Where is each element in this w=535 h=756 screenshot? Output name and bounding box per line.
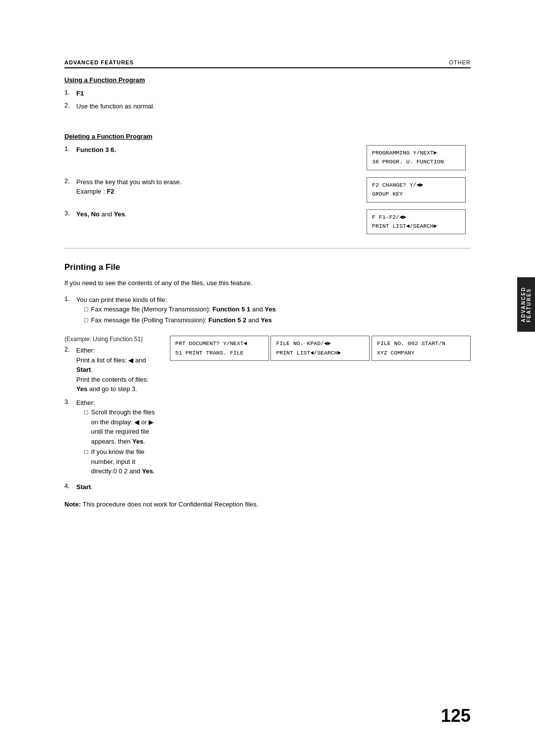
deleting-step1-lcd: PROGRAMMING Y/NEXT► 36 PROGR. U. FUNCTIO… [367, 145, 471, 172]
deleting-step2-content: Press the key that you wish to erase. Ex… [76, 177, 367, 197]
deleting-step2-example: Example : F2 [76, 188, 114, 195]
using-step2-text: Use the function as normal. [76, 101, 471, 111]
deleting-step3-left: 3. Yes, No and Yes. [64, 209, 367, 222]
sub2-icon: □ [84, 315, 88, 325]
lcd-3: F F1-F2/◄► PRINT LIST◄/SEARCH► [367, 209, 466, 235]
lcd-p3-line1: FILE NO. 002 START/N [377, 339, 465, 348]
lcd-1: PROGRAMMING Y/NEXT► 36 PROGR. U. FUNCTIO… [367, 145, 466, 170]
lcd-1-line1: PROGRAMMING Y/NEXT► [372, 149, 460, 157]
deleting-step2-left: 2. Press the key that you wish to erase.… [64, 177, 367, 200]
print-step3-subs: □ Scroll through the files on the displa… [84, 407, 155, 476]
print-step2-content: Either: Print a list of files: ◀ and Sta… [76, 346, 155, 394]
step3-sub2-text: If you know the file number, input it di… [91, 447, 155, 476]
deleting-step3-text: Yes, No and Yes. [76, 209, 367, 219]
using-section: Using a Function Program 1. F1 2. Use th… [64, 76, 471, 111]
lcd-2: F2 CHANGE? Y/◄► GROUP KEY [367, 177, 466, 202]
print-step3-content: Either: □ Scroll through the files on th… [76, 398, 155, 478]
print-step2-left: (Example: Using Function 51) 2. Either: … [64, 336, 155, 495]
printing-intro: If you need to see the contents of any o… [64, 278, 471, 288]
print-step3: 3. Either: □ Scroll through the files on… [64, 398, 155, 478]
lcd-p1-line2: 51 PRINT TRANS. FILE [175, 349, 264, 357]
deleting-step3-row: 3. Yes, No and Yes. F F1-F2/◄► PRINT LIS… [64, 209, 471, 237]
lcd-print-2: FILE NO. KPAD/◄► PRINT LIST◄/SEARCH► [270, 336, 370, 361]
deleting-step2-lcd: F2 CHANGE? Y/◄► GROUP KEY [367, 177, 471, 204]
deleting-step1-left: 1. Function 3 6. [64, 145, 367, 158]
header-bar: Advanced Features Other [64, 59, 471, 68]
note-text: This procedure does not work for Confide… [81, 501, 258, 508]
deleting-step1-text: Function 3 6. [76, 145, 367, 155]
header-right: Other [449, 59, 471, 65]
lcd-2-line2: GROUP KEY [372, 190, 460, 199]
print-step2-num: 2. [64, 346, 76, 353]
using-step1-label: F1 [76, 89, 471, 99]
example-text: (Example: Using Function 51) [64, 336, 155, 343]
step3-sub1-text: Scroll through the files on the display:… [91, 407, 155, 446]
sidebar-tab-label: ADVANCEDFEATURES [521, 287, 532, 322]
print-step2-lcds: PRT DOCUMENT? Y/NEXT◄ 51 PRINT TRANS. FI… [170, 336, 471, 373]
print-step1-row: 1. You can print these kinds of file: □ … [64, 295, 471, 330]
print-step1-num: 1. [64, 295, 76, 302]
print-step4-num: 4. [64, 482, 76, 490]
using-title: Using a Function Program [64, 76, 471, 84]
deleting-step1-num: 1. [64, 145, 76, 152]
print-step2: 2. Either: Print a list of files: ◀ and … [64, 346, 155, 394]
sub1-icon: □ [84, 304, 88, 314]
deleting-section: Deleting a Function Program 1. Function … [64, 133, 471, 236]
lcd-p2-line2: PRINT LIST◄/SEARCH► [276, 349, 364, 357]
sub2-text: Fax message file (Polling Transmission):… [91, 315, 272, 325]
lcd-print-1: PRT DOCUMENT? Y/NEXT◄ 51 PRINT TRANS. FI… [170, 336, 269, 361]
lcd-print-3: FILE NO. 002 START/N XYZ COMPANY [372, 336, 471, 361]
print-step1-content: You can print these kinds of file: □ Fax… [76, 295, 347, 327]
deleting-step1-row: 1. Function 3 6. PROGRAMMING Y/NEXT► 36 … [64, 145, 471, 172]
deleting-step2: 2. Press the key that you wish to erase.… [64, 177, 367, 197]
lcd-1-line2: 36 PROGR. U. FUNCTION [372, 157, 460, 166]
step3-sub1-icon: □ [84, 407, 88, 446]
print-step2-contents: Print the contents of files: Yes and go … [76, 376, 149, 393]
page: Advanced Features Other Using a Function… [0, 0, 535, 756]
print-step1-text: You can print these kinds of file: [76, 296, 167, 303]
print-step2-row: (Example: Using Function 51) 2. Either: … [64, 336, 471, 495]
deleting-step2-row: 2. Press the key that you wish to erase.… [64, 177, 471, 204]
deleting-step1: 1. Function 3 6. [64, 145, 367, 155]
print-step2-either: Either: [76, 347, 95, 354]
printing-section: Printing a File If you need to see the c… [64, 262, 471, 509]
step3-sub2: □ If you know the file number, input it … [84, 447, 155, 476]
print-sub1: □ Fax message file (Memory Transmission)… [84, 304, 347, 314]
using-step2: 2. Use the function as normal. [64, 101, 471, 111]
print-sub2: □ Fax message file (Polling Transmission… [84, 315, 347, 325]
step3-sub2-icon: □ [84, 447, 88, 476]
using-step1: 1. F1 [64, 89, 471, 99]
using-step2-num: 2. [64, 101, 76, 109]
page-number: 125 [441, 706, 471, 726]
print-step1-left: 1. You can print these kinds of file: □ … [64, 295, 347, 330]
print-step3-num: 3. [64, 398, 76, 405]
print-step4: 4. Start. [64, 482, 155, 492]
sub1-text: Fax message file (Memory Transmission): … [91, 304, 276, 314]
lcd-3-line1: F F1-F2/◄► [372, 213, 460, 222]
deleting-step2-text: Press the key that you wish to erase. [76, 178, 181, 186]
printing-main-title: Printing a File [64, 262, 471, 272]
using-step1-num: 1. [64, 89, 76, 96]
step3-sub1: □ Scroll through the files on the displa… [84, 407, 155, 446]
print-step1: 1. You can print these kinds of file: □ … [64, 295, 347, 327]
divider [64, 248, 471, 249]
sidebar-tab: ADVANCEDFEATURES [517, 277, 535, 332]
deleting-step3-lcd: F F1-F2/◄► PRINT LIST◄/SEARCH► [367, 209, 471, 237]
lcd-p3-line2: XYZ COMPANY [377, 349, 465, 357]
deleting-step2-num: 2. [64, 177, 76, 185]
deleting-title: Deleting a Function Program [64, 133, 471, 140]
lcd-p1-line1: PRT DOCUMENT? Y/NEXT◄ [175, 339, 264, 348]
deleting-step3-num: 3. [64, 209, 76, 217]
deleting-step3: 3. Yes, No and Yes. [64, 209, 367, 219]
lcd-p2-line1: FILE NO. KPAD/◄► [276, 339, 364, 348]
print-sub-list: □ Fax message file (Memory Transmission)… [84, 304, 347, 325]
print-step4-text: Start. [76, 482, 155, 492]
lcd-2-line1: F2 CHANGE? Y/◄► [372, 181, 460, 190]
lcd-3-line2: PRINT LIST◄/SEARCH► [372, 222, 460, 231]
note-bold: Note: [64, 501, 81, 508]
note: Note: This procedure does not work for C… [64, 500, 471, 509]
print-step2-list: Print a list of files: ◀ and Start. [76, 356, 146, 374]
header-left: Advanced Features [64, 59, 134, 65]
